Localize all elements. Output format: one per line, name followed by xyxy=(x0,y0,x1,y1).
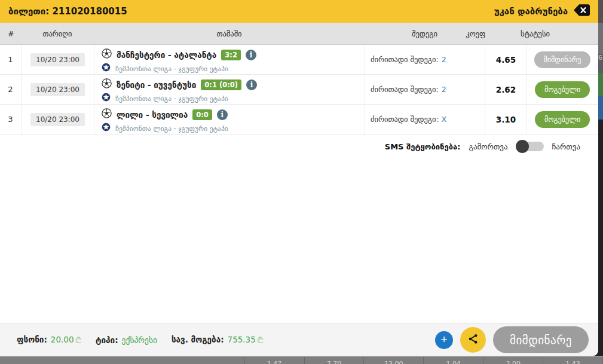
back-button[interactable]: უკან დაბრუნება xyxy=(494,4,590,19)
background-odd: 7.70 xyxy=(305,357,365,364)
sms-notification-row: SMS შეტყობინება: გამორთვა ჩართვა xyxy=(0,142,598,151)
share-icon xyxy=(467,333,479,347)
score-badge: 3:2 xyxy=(221,50,241,60)
bet-market-label: ძირითადი შედეგი: xyxy=(371,85,439,94)
col-header-odds: კოეფ xyxy=(455,29,497,38)
row-number: 3 xyxy=(0,105,21,134)
col-header-date: თარიღი xyxy=(21,29,94,38)
ticket-modal: ბილეთი: 211020180015 უკან დაბრუნება # თა… xyxy=(0,0,598,356)
sms-on-label: ჩართვა xyxy=(552,142,580,151)
score-badge: 0:1 (0:0) xyxy=(201,79,241,90)
bet-type-label: ტიპი: xyxy=(96,335,118,345)
add-button[interactable]: + xyxy=(435,331,453,349)
bet-row: 1 10/20 23:00 მანჩესტერი - ატალანტა 3:2 … xyxy=(0,45,598,75)
sms-toggle-knob xyxy=(516,140,529,153)
bet-market-label: ძირითადი შედეგი: xyxy=(371,55,439,64)
sms-off-label: გამორთვა xyxy=(469,142,507,151)
league-ball-icon xyxy=(102,93,111,104)
plus-icon: + xyxy=(440,333,447,346)
match-datetime: 10/20 23:00 xyxy=(30,53,85,66)
bet-row: 2 10/20 23:00 ზენიტი - იუვენტუსი 0:1 (0:… xyxy=(0,75,598,105)
stake-label: ფსონი: xyxy=(17,335,47,344)
match-datetime: 10/20 23:00 xyxy=(30,83,85,96)
row-number: 1 xyxy=(0,45,21,74)
sms-toggle[interactable] xyxy=(516,142,544,151)
ticket-footer: ფსონი:20.00₾ ტიპი:ექსპრესი სავ. მოგება:7… xyxy=(0,323,598,356)
table-header: # თარიღი თამაში შედეგი კოეფ სტატუსი xyxy=(0,23,598,45)
share-button[interactable] xyxy=(460,327,486,353)
status-badge: მოგებული xyxy=(535,111,590,128)
info-icon[interactable]: i xyxy=(217,109,228,120)
soccer-ball-icon xyxy=(102,78,112,91)
match-teams: ლილი - სევილია xyxy=(117,110,188,120)
bet-type-value: ექსპრესი xyxy=(122,335,157,345)
info-icon[interactable]: i xyxy=(246,79,257,90)
col-header-game: თამაში xyxy=(94,29,365,38)
sms-notification-label: SMS შეტყობინება: xyxy=(385,142,461,151)
bet-market-label: ძირითადი შედეგი: xyxy=(371,115,439,124)
ticket-header: ბილეთი: 211020180015 უკან დაბრუნება xyxy=(0,0,598,23)
score-badge: 0:0 xyxy=(192,109,212,120)
backspace-icon xyxy=(574,4,590,19)
background-odd: 2.00 xyxy=(483,357,543,364)
stake-value: 20.00 xyxy=(51,335,74,344)
background-odds-strip: 1.47 7.70 13.00 1.04 2.00 1.43 xyxy=(0,356,603,364)
status-badge: მოგებული xyxy=(535,81,590,98)
screen: 6 1.47 7.70 13.00 1.04 2.00 1.43 ბილეთი:… xyxy=(0,0,603,364)
status-badge: მიმდინარე xyxy=(534,51,591,68)
bet-pick: 2 xyxy=(442,55,446,64)
lari-currency-symbol: ₾ xyxy=(258,335,264,344)
background-odd: 1.43 xyxy=(543,357,603,364)
col-header-number: # xyxy=(0,29,21,38)
match-datetime: 10/20 23:00 xyxy=(30,113,85,126)
soccer-ball-icon xyxy=(102,108,112,121)
possible-win-label: სავ. მოგება: xyxy=(172,335,224,344)
ticket-number-title: ბილეთი: 211020180015 xyxy=(8,6,127,17)
background-partial-text: 6 xyxy=(598,54,603,73)
league-name: ჩემპიონთა ლიგა - ჯგუფური ეტაპი xyxy=(115,65,228,73)
background-odd: 1.04 xyxy=(424,357,483,364)
odds-value: 4.65 xyxy=(485,45,527,74)
background-page-right-strip: 6 xyxy=(598,0,603,364)
odds-value: 3.10 xyxy=(485,105,527,134)
back-button-label: უკან დაბრუნება xyxy=(494,6,568,17)
league-name: ჩემპიონთა ლიგა - ჯგუფური ეტაპი xyxy=(115,124,228,133)
bet-pick: 2 xyxy=(442,85,446,94)
background-odd: 1.47 xyxy=(245,357,305,364)
soccer-ball-icon xyxy=(102,48,112,61)
info-icon[interactable]: i xyxy=(246,50,256,60)
league-ball-icon xyxy=(102,63,111,74)
league-ball-icon xyxy=(102,123,111,134)
row-number: 2 xyxy=(0,75,21,104)
ticket-status-button[interactable]: მიმდინარე xyxy=(493,326,589,353)
bet-pick: X xyxy=(442,115,447,124)
lari-currency-symbol: ₾ xyxy=(76,335,82,344)
match-teams: მანჩესტერი - ატალანტა xyxy=(117,50,216,60)
possible-win-value: 755.35 xyxy=(228,335,256,344)
bet-row: 3 10/20 23:00 ლილი - სევილია 0:0 i ჩემპი… xyxy=(0,105,598,134)
league-name: ჩემპიონთა ლიგა - ჯგუფური ეტაპი xyxy=(115,94,228,103)
col-header-status: სტატუსი xyxy=(500,29,571,38)
background-odd: 13.00 xyxy=(364,357,424,364)
match-teams: ზენიტი - იუვენტუსი xyxy=(117,80,196,90)
odds-value: 2.62 xyxy=(485,75,527,104)
